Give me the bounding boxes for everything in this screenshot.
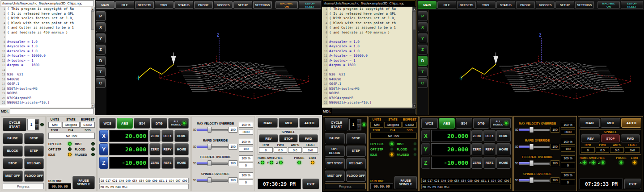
dro-mode-button[interactable]: G54 [456,118,472,129]
mode-button[interactable]: MAN [580,118,600,128]
slider-handle[interactable] [530,160,534,166]
gcode-line[interactable]: 15 N30 G21 [0,72,91,77]
view-button[interactable]: D [96,56,106,66]
axis-zero-button[interactable]: ZERO [471,157,483,169]
run-button[interactable]: PAUSE [3,133,23,144]
run-button[interactable]: STOP [346,133,366,144]
gcode-line[interactable]: 2 ( It is released here under a GPL [322,12,412,17]
gcode-line[interactable]: 7 [0,35,91,40]
spin-down-icon[interactable]: ▼ [357,125,361,130]
axis-letter-button[interactable]: Y [421,143,430,155]
axis-zero-button[interactable]: ZERO [471,130,483,142]
view-button[interactable]: Z [418,45,428,54]
mode-button[interactable]: AUTO [621,118,641,128]
gcode-line[interactable]: 7 [322,35,412,40]
run-button[interactable]: OPT BLOCK [325,146,345,157]
gcode-line[interactable]: 9 #<yscale> = 1.0 [0,44,91,49]
run-button[interactable]: PAUSE [325,133,345,144]
menu-button[interactable]: GCODES [214,1,233,9]
dro-mode-button[interactable]: DTG [473,118,490,129]
gcode-line[interactable]: 5 ( and Cutter is assumed to be a 1 [0,25,91,30]
gcode-line[interactable]: 4 ( block with the zero point at th [0,21,91,26]
gcode-line[interactable]: 11 #<fscale> = 10000.0 [322,54,412,58]
gcode-line[interactable]: 8 #<xscale> = 1.0 [0,40,91,45]
gcode-line[interactable]: 10 #<zscale> = 1.0 [322,49,412,54]
gcode-line[interactable]: 5 ( and Cutter is assumed to be a 1 [322,25,412,30]
spin-down-icon[interactable]: ▼ [35,125,39,130]
cycle-start-button[interactable]: CYCLE START [325,118,348,131]
gcode-line[interactable]: 14 [322,68,412,73]
dro-mode-button[interactable]: WCS [421,118,438,129]
gcode-line[interactable]: 3 ( With scales factors set at 1.0, [322,16,412,21]
axis-letter-button[interactable]: X [99,130,108,142]
gcode-line[interactable]: 19 N60M8 [322,91,412,96]
run-button[interactable]: RELOAD [24,158,44,169]
menu-button[interactable]: OFFSETS [457,1,476,9]
spin-up-icon[interactable]: ▲ [357,119,361,125]
menu-button[interactable]: PROBE [194,1,213,9]
run-button[interactable]: FLOOD OFF [346,171,366,182]
axis-ref-button[interactable]: REFY [161,143,174,155]
override-slider[interactable] [519,127,550,133]
gcode-line[interactable]: 12 #<toolno> = 1 [322,58,412,63]
run-button[interactable]: MIST OFF [3,171,23,182]
menu-button[interactable]: TOOL [155,1,174,9]
gcode-line[interactable]: 1 ( This program is copyright of Ra [322,7,412,12]
axis-home-button[interactable]: HOME [174,157,189,169]
axis-ref-button[interactable]: REFY [483,143,496,155]
axis-zero-button[interactable]: ZERO [149,157,161,169]
pause-spindle-button[interactable]: PAUSE SPINDLE [72,176,95,189]
mdi-input[interactable] [10,109,94,114]
toolpath-preview[interactable]: Z [106,10,322,115]
gcode-line[interactable]: 11 #<fscale> = 10000.0 [0,54,91,58]
gcode-line[interactable]: 12 #<toolno> = 1 [0,58,91,63]
gcode-editor[interactable]: 1 ( This program is copyright of Ra 2 ( … [0,7,95,108]
gcode-line[interactable]: 16 N40G90 [322,77,412,82]
gcode-line[interactable]: 6 ( and feedrate is 450 mm/min ) [0,30,91,35]
gcode-line[interactable]: 15 N30 G21 [322,72,412,77]
estop-reset-button[interactable]: ESTOP RESET [621,1,643,9]
gcode-line[interactable]: 21 N90G0Z[#<zscale>*10.] [322,100,412,105]
gcode-line[interactable]: 17 G64P.1 [322,82,412,87]
scrollbar-thumb[interactable] [413,11,416,30]
scroll-up-icon[interactable]: ▲ [412,7,416,11]
override-slider[interactable] [519,177,550,183]
dro-mode-button[interactable]: DTG [151,118,168,129]
toolpath-preview[interactable]: Z [428,10,644,115]
gcode-line[interactable]: 9 #<yscale> = 1.0 [322,44,412,49]
override-slider[interactable] [197,160,228,166]
axis-home-button[interactable]: HOME [174,143,189,155]
run-button[interactable]: BLOCK [3,146,23,157]
axis-ref-button[interactable]: REFZ [161,157,174,169]
gcode-line[interactable]: 13 #<rpm> = 1600 [322,63,412,68]
menu-button[interactable]: SETTINGS [253,1,272,9]
all-homed-button[interactable]: ALL HOMED [490,118,511,129]
spindle-button[interactable]: FWD [299,134,318,142]
spindle-button[interactable]: FWD [621,134,640,142]
run-button[interactable]: FLOOD OFF [24,171,44,182]
gcode-line[interactable]: 3 ( With scales factors set at 1.0, [0,16,91,21]
view-button[interactable]: T [96,67,106,77]
run-button[interactable]: RELOAD [346,158,366,169]
axis-home-button[interactable]: HOME [496,143,511,155]
gcode-line[interactable]: 20 N70S#<rpm>M3 [0,96,91,101]
axis-letter-button[interactable]: Z [99,157,108,169]
slider-handle[interactable] [530,177,534,183]
dro-mode-button[interactable]: G54 [134,118,150,129]
axis-letter-button[interactable]: X [421,130,430,142]
exit-button[interactable]: EXIT [624,179,641,189]
run-button[interactable]: OPT STOP [325,158,345,169]
machine-on-button[interactable]: MACHINE ON [275,1,298,9]
mode-button[interactable]: MAN [258,118,278,128]
estop-reset-button[interactable]: ESTOP RESET [299,1,321,9]
axis-ref-button[interactable]: REFX [161,130,174,142]
view-button[interactable]: P [418,11,428,21]
run-button[interactable]: MIST OFF [325,171,345,182]
editor-scrollbar[interactable]: ▲ ▼ [412,7,416,108]
slider-handle[interactable] [208,127,212,133]
gcode-line[interactable]: 17 G64P.1 [0,82,91,87]
menu-button[interactable]: MAIN [96,1,114,9]
menu-button[interactable]: SETUP [233,1,252,9]
spindle-button[interactable]: REV [259,134,278,142]
axis-ref-button[interactable]: REFZ [483,157,496,169]
